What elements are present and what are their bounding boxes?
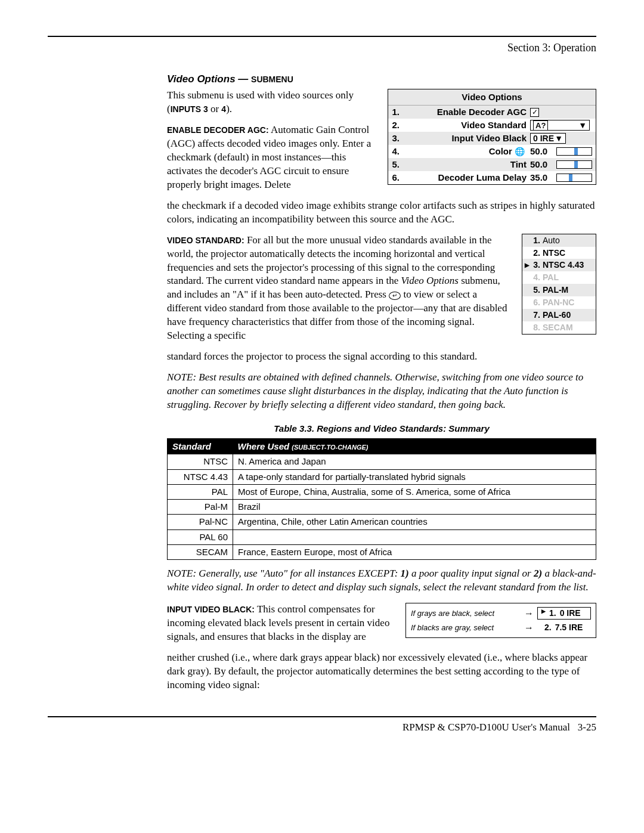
table-row: Pal-MBrazil <box>168 500 596 515</box>
note2d: 2) <box>534 568 542 579</box>
enter-button-icon: ↵ <box>389 292 401 300</box>
menu-label-5: Tint <box>401 159 530 171</box>
menu-title: Video Options <box>388 89 596 106</box>
menu-num-4: 4. <box>388 145 401 157</box>
header-rule <box>48 36 596 37</box>
std-item-ntsc443[interactable]: ▶3.NTSC 4.43 <box>522 259 596 271</box>
std-num: 8. <box>532 322 540 333</box>
agc-label: ENABLE DECODER AGC: <box>167 125 269 135</box>
std-num: 7. <box>532 309 540 321</box>
intro-four: 4 <box>221 104 226 114</box>
std-item-palm[interactable]: 5.PAL-M <box>522 284 596 296</box>
vstd-label: VIDEO STANDARD: <box>167 236 244 245</box>
cell-where: N. America and Japan <box>233 454 596 469</box>
intro-inputs: INPUTS 3 <box>171 104 208 114</box>
color-slider[interactable] <box>556 147 592 156</box>
std-label: Auto <box>543 235 560 246</box>
color-val: 50.0 <box>530 145 554 157</box>
ivb-para-1: INPUT VIDEO BLACK: This control compensa… <box>167 603 394 644</box>
agc-para-2: the checkmark if a decoded video image e… <box>167 199 596 227</box>
note2c: a poor quality input signal or <box>409 568 534 579</box>
ire-text: 7.5 IRE <box>555 622 583 633</box>
vstd-italic: Video Options <box>401 275 458 286</box>
menu-num-1: 1. <box>388 106 401 118</box>
cell-std: Pal-NC <box>168 515 233 529</box>
menu-row-luma[interactable]: 6. Decoder Luma Delay 35.0 <box>388 171 596 184</box>
cell-where: Brazil <box>233 500 596 515</box>
note2b: 1) <box>401 568 409 579</box>
agc-checkbox[interactable]: ✓ <box>530 108 539 117</box>
menu-row-agc[interactable]: 1. Enable Decoder AGC ✓ <box>388 106 596 119</box>
menu-label-1: Enable Decoder AGC <box>401 106 530 118</box>
ire-label-2: If blacks are gray, select <box>411 623 521 633</box>
cell-where: Most of Europe, China, Australia, some o… <box>233 484 596 499</box>
ire-option-0[interactable]: ▶1.0 IRE <box>537 607 591 620</box>
table-row: SECAMFrance, Eastern Europe, most of Afr… <box>168 544 596 559</box>
luma-slider[interactable] <box>556 174 592 182</box>
ire-selection-box: If grays are black, select → ▶1.0 IRE If… <box>405 603 596 638</box>
std-label: SECAM <box>543 322 573 333</box>
video-options-heading: Video Options — SUBMENU <box>167 73 596 86</box>
std-label: PAL-M <box>543 284 568 296</box>
th-where: Where Used (SUBJECT-TO-CHANGE) <box>233 439 596 455</box>
ire-row-0: If grays are black, select → ▶1.0 IRE <box>411 607 591 620</box>
std-label: PAN-NC <box>543 297 574 308</box>
std-item-pal: 4.PAL <box>522 271 596 284</box>
menu-num-5: 5. <box>388 159 401 171</box>
cell-std: SECAM <box>168 544 233 559</box>
vstd-note: NOTE: Best results are obtained with def… <box>167 371 596 412</box>
table-row: NTSC 4.43A tape-only standard for partia… <box>168 469 596 484</box>
ivb-dropdown[interactable]: 0 IRE▼ <box>530 133 566 144</box>
intro-or: or <box>208 103 222 114</box>
slider-thumb[interactable] <box>574 161 578 168</box>
std-item-secam: 8.SECAM <box>522 321 596 334</box>
slider-thumb[interactable] <box>574 148 578 155</box>
std-item-pal60[interactable]: 7.PAL-60 <box>522 309 596 321</box>
video-standard-list: 1.Auto 2.NTSC ▶3.NTSC 4.43 4.PAL 5.PAL-M… <box>522 234 596 335</box>
std-item-auto[interactable]: 1.Auto <box>522 234 596 247</box>
std-item-ntsc[interactable]: 2.NTSC <box>522 247 596 259</box>
table-caption: Table 3.3. Regions and Video Standards: … <box>167 423 596 435</box>
std-num: 1. <box>532 235 540 246</box>
ire-row-75: If blacks are gray, select → 2.7.5 IRE <box>411 621 591 634</box>
cell-where: Argentina, Chile, other Latin American c… <box>233 515 596 529</box>
cell-std: PAL <box>168 484 233 499</box>
ivb-val: 0 IRE <box>533 133 554 144</box>
table-row: PAL 60 <box>168 529 596 544</box>
chevron-down-icon: ▼ <box>578 120 587 131</box>
cell-where: A tape-only standard for partially-trans… <box>233 469 596 484</box>
cell-where: France, Eastern Europe, most of Africa <box>233 544 596 559</box>
menu-num-3: 3. <box>388 132 401 144</box>
std-label: PAL <box>543 272 559 283</box>
menu-label-2: Video Standard <box>401 119 530 131</box>
video-standard-dropdown[interactable]: A?▼ <box>530 120 590 131</box>
std-num: 2. <box>532 247 540 259</box>
heading-sub: SUBMENU <box>251 75 293 84</box>
tint-slider[interactable] <box>556 160 592 169</box>
ire-option-75[interactable]: 2.7.5 IRE <box>537 622 591 633</box>
cell-std: Pal-M <box>168 500 233 515</box>
page-footer: RPMSP & CSP70-D100U User's Manual 3-25 <box>48 716 596 735</box>
arrow-right-icon: → <box>524 607 534 620</box>
slider-thumb[interactable] <box>569 174 572 181</box>
th-where-a: Where Used <box>238 441 292 451</box>
menu-row-ivb[interactable]: 3. Input Video Black 0 IRE▼ <box>388 132 596 145</box>
note2: NOTE: Generally, use "Auto" for all inst… <box>167 567 596 594</box>
intro-close: ). <box>226 103 232 114</box>
note2a: NOTE: Generally, use "Auto" for all inst… <box>167 568 401 579</box>
menu-row-color[interactable]: 4. Color 🌐 50.0 <box>388 145 596 158</box>
cell-std: NTSC <box>168 454 233 469</box>
table-row: NTSCN. America and Japan <box>168 454 596 469</box>
menu-row-std[interactable]: 2. Video Standard A?▼ <box>388 119 596 132</box>
luma-val: 35.0 <box>530 172 554 184</box>
menu-row-tint[interactable]: 5. Tint 50.0 <box>388 158 596 171</box>
std-label: PAL-60 <box>543 309 571 321</box>
ire-num: 1. <box>549 608 556 619</box>
vstd-para-2: standard forces the projector to process… <box>167 350 596 364</box>
ivb-label: INPUT VIDEO BLACK: <box>167 605 255 614</box>
std-item-pannc: 6.PAN-NC <box>522 296 596 309</box>
ire-label-1: If grays are black, select <box>411 608 521 619</box>
menu-label-6: Decoder Luma Delay <box>401 172 530 184</box>
std-label: NTSC <box>543 247 565 259</box>
cell-std: PAL 60 <box>168 529 233 544</box>
